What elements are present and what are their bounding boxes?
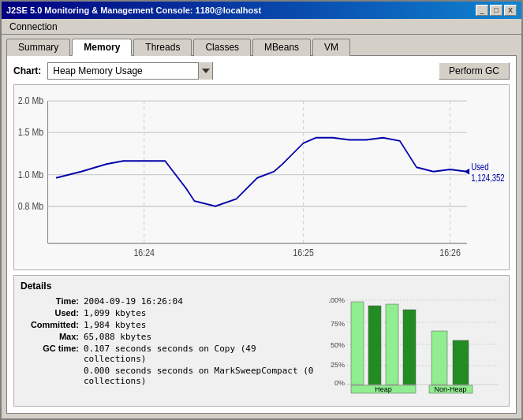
chart-dropdown-button[interactable] bbox=[198, 62, 212, 80]
detail-val-gc2: 0.000 seconds seconds on MarkSweepCompac… bbox=[84, 366, 321, 386]
main-window: J2SE 5.0 Monitoring & Management Console… bbox=[0, 0, 523, 420]
detail-key-max: Max: bbox=[21, 332, 84, 341]
memory-bar-chart: 100% 75% 50% 25% 0% bbox=[329, 296, 502, 399]
content-area: Chart: Heap Memory Usage Perform GC bbox=[6, 55, 517, 414]
svg-text:1.0 Mb: 1.0 Mb bbox=[18, 168, 44, 180]
window-title: J2SE 5.0 Monitoring & Management Console… bbox=[6, 6, 261, 15]
svg-marker-18 bbox=[465, 169, 469, 175]
svg-rect-37 bbox=[431, 331, 447, 385]
detail-key-committed: Committed: bbox=[21, 320, 84, 329]
detail-key-time: Time: bbox=[21, 296, 84, 306]
tab-memory[interactable]: Memory bbox=[72, 39, 132, 56]
detail-row-used: Used: 1,099 kbytes bbox=[21, 308, 321, 318]
svg-text:1.5 Mb: 1.5 Mb bbox=[18, 126, 44, 138]
svg-text:2.0 Mb: 2.0 Mb bbox=[18, 95, 44, 106]
svg-text:Non-Heap: Non-Heap bbox=[434, 385, 466, 393]
connection-menu[interactable]: Connection bbox=[5, 21, 62, 32]
svg-text:16:26: 16:26 bbox=[439, 246, 461, 258]
detail-row-gc2: 0.000 seconds seconds on MarkSweepCompac… bbox=[21, 366, 321, 386]
svg-text:25%: 25% bbox=[331, 361, 345, 369]
details-table: Time: 2004-09-19 16:26:04 Used: 1,099 kb… bbox=[21, 296, 321, 401]
detail-val-committed: 1,984 kbytes bbox=[84, 320, 146, 330]
svg-text:Used: Used bbox=[471, 162, 488, 172]
detail-key-gc: GC time: bbox=[21, 344, 84, 353]
svg-text:1,124,352: 1,124,352 bbox=[471, 173, 505, 183]
minimize-button[interactable]: _ bbox=[476, 5, 488, 16]
detail-row-gc1: GC time: 0.107 seconds seconds on Copy (… bbox=[21, 344, 321, 364]
svg-text:Heap: Heap bbox=[375, 385, 392, 393]
chart-selector[interactable]: Heap Memory Usage bbox=[47, 62, 213, 80]
heap-chart: 2.0 Mb 1.5 Mb 1.0 Mb 0.8 Mb 16:24 16:25 … bbox=[13, 84, 510, 270]
svg-text:100%: 100% bbox=[329, 296, 345, 304]
detail-row-time: Time: 2004-09-19 16:26:04 bbox=[21, 296, 321, 307]
tab-summary[interactable]: Summary bbox=[6, 39, 70, 56]
details-section: Details Time: 2004-09-19 16:26:04 Used: … bbox=[13, 275, 510, 407]
window-controls: _ □ X bbox=[476, 5, 517, 16]
detail-val-time: 2004-09-19 16:26:04 bbox=[84, 296, 183, 307]
svg-marker-0 bbox=[202, 69, 210, 73]
svg-text:0%: 0% bbox=[334, 379, 345, 387]
detail-row-max: Max: 65,088 kbytes bbox=[21, 332, 321, 342]
maximize-button[interactable]: □ bbox=[490, 5, 502, 16]
close-button[interactable]: X bbox=[504, 5, 517, 16]
chart-label: Chart: bbox=[13, 65, 41, 76]
svg-text:0.8 Mb: 0.8 Mb bbox=[18, 200, 44, 212]
tabs-bar: Summary Memory Threads Classes MBeans VM bbox=[2, 35, 521, 55]
tab-threads[interactable]: Threads bbox=[133, 39, 192, 56]
svg-rect-32 bbox=[368, 306, 381, 385]
detail-row-committed: Committed: 1,984 kbytes bbox=[21, 320, 321, 330]
svg-rect-31 bbox=[351, 302, 364, 385]
chevron-down-icon bbox=[202, 69, 210, 73]
svg-rect-34 bbox=[403, 310, 416, 385]
svg-rect-33 bbox=[386, 304, 398, 385]
svg-text:16:25: 16:25 bbox=[293, 246, 314, 258]
tab-vm[interactable]: VM bbox=[312, 39, 350, 56]
tab-classes[interactable]: Classes bbox=[193, 39, 251, 56]
title-bar: J2SE 5.0 Monitoring & Management Console… bbox=[2, 2, 521, 19]
chart-select-value: Heap Memory Usage bbox=[48, 65, 198, 76]
detail-val-gc1: 0.107 seconds seconds on Copy (49 collec… bbox=[84, 344, 321, 364]
menu-bar: Connection bbox=[2, 19, 521, 35]
detail-val-max: 65,088 kbytes bbox=[84, 332, 151, 342]
svg-text:16:24: 16:24 bbox=[133, 246, 155, 258]
tab-mbeans[interactable]: MBeans bbox=[252, 39, 311, 56]
bar-chart-section: 100% 75% 50% 25% 0% bbox=[329, 296, 502, 401]
svg-rect-38 bbox=[453, 340, 469, 385]
detail-val-used: 1,099 kbytes bbox=[84, 308, 146, 318]
chart-toolbar: Chart: Heap Memory Usage Perform GC bbox=[13, 62, 510, 80]
svg-text:75%: 75% bbox=[331, 320, 345, 328]
details-inner: Time: 2004-09-19 16:26:04 Used: 1,099 kb… bbox=[21, 296, 502, 401]
detail-key-used: Used: bbox=[21, 308, 84, 318]
perform-gc-button[interactable]: Perform GC bbox=[439, 62, 510, 80]
svg-text:50%: 50% bbox=[331, 341, 345, 349]
details-title: Details bbox=[21, 281, 502, 292]
